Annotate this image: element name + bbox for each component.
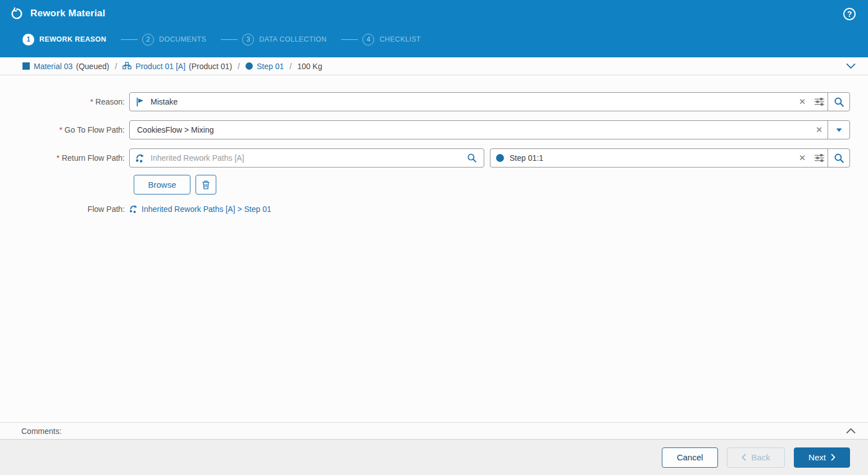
- return-flow-path-label: *Return Flow Path:: [0, 153, 129, 162]
- quantity-value: 100 Kg: [297, 62, 322, 71]
- step-dot-icon: [496, 154, 504, 162]
- material-icon: [22, 62, 30, 70]
- wizard-header: Rework Material ? 1 REWORK REASON 2 DOCU…: [0, 0, 868, 57]
- step-connector: [341, 39, 358, 40]
- breadcrumb-separator: /: [289, 62, 292, 71]
- product-sitemap-icon: [122, 62, 131, 70]
- step-dot-icon: [246, 62, 253, 70]
- breadcrumb-step[interactable]: Step 01: [246, 62, 284, 71]
- step-number: 4: [362, 34, 374, 46]
- product-status: (Product 01): [189, 62, 232, 71]
- comments-bar: Comments:: [0, 422, 868, 440]
- return-flow-path-step-clear-icon[interactable]: ✕: [794, 149, 811, 167]
- form-area: *Reason: Mistake ✕: [0, 75, 868, 422]
- return-flow-path-step-filter-icon[interactable]: [811, 149, 828, 167]
- undo-back-icon[interactable]: [10, 7, 24, 20]
- step-documents[interactable]: 2 DOCUMENTS: [142, 34, 206, 46]
- return-flow-path-step-search-button[interactable]: [828, 149, 849, 167]
- wizard-footer: Cancel Back Next: [0, 440, 868, 475]
- step-number: 2: [142, 34, 154, 46]
- flow-path-icon: [135, 153, 145, 163]
- breadcrumb-expand-chevron-down-icon[interactable]: [846, 63, 856, 69]
- step-label: DATA COLLECTION: [259, 35, 326, 43]
- browse-button[interactable]: Browse: [134, 175, 190, 194]
- reason-row: *Reason: Mistake ✕: [0, 92, 868, 111]
- flow-path-summary-label: Flow Path:: [0, 205, 129, 214]
- step-link[interactable]: Step 01: [257, 62, 284, 71]
- required-mark: *: [56, 153, 59, 162]
- step-connector: [221, 39, 238, 40]
- step-checklist[interactable]: 4 CHECKLIST: [362, 34, 421, 46]
- trash-icon: [202, 180, 210, 189]
- required-mark: *: [59, 125, 62, 134]
- goto-flow-path-clear-icon[interactable]: ✕: [811, 121, 828, 139]
- return-flow-path-step-value: Step 01:1: [510, 153, 543, 162]
- comments-collapse-chevron-up-icon[interactable]: [846, 428, 856, 434]
- delete-button[interactable]: [196, 175, 216, 194]
- step-label: CHECKLIST: [379, 35, 421, 43]
- step-data-collection[interactable]: 3 DATA COLLECTION: [242, 34, 326, 46]
- step-label: DOCUMENTS: [159, 35, 206, 43]
- return-flow-path-row: *Return Flow Path: Inherited Rework Path…: [0, 148, 868, 168]
- breadcrumb-material[interactable]: Material 03: [22, 62, 72, 71]
- breadcrumb-separator: /: [115, 62, 117, 71]
- required-mark: *: [90, 97, 93, 106]
- goto-flow-path-value: CookiesFlow > Mixing: [137, 125, 214, 134]
- reason-input[interactable]: Mistake ✕: [129, 92, 850, 111]
- product-link[interactable]: Product 01 [A]: [135, 62, 185, 71]
- return-flow-path-flow-value: Inherited Rework Paths [A]: [151, 153, 244, 162]
- goto-flow-path-select[interactable]: CookiesFlow > Mixing ✕: [129, 120, 850, 139]
- next-button[interactable]: Next: [794, 447, 850, 468]
- return-flow-path-step-input[interactable]: Step 01:1 ✕: [490, 148, 850, 168]
- step-connector: [121, 39, 138, 40]
- breadcrumb-separator: /: [238, 62, 240, 71]
- step-label: REWORK REASON: [39, 35, 106, 43]
- step-number: 3: [242, 34, 254, 46]
- material-link[interactable]: Material 03: [34, 62, 72, 71]
- reason-label: *Reason:: [0, 97, 129, 106]
- reason-value: Mistake: [151, 97, 178, 106]
- breadcrumb: Material 03 (Queued) / Product 01 [A] (P…: [0, 57, 868, 75]
- back-button[interactable]: Back: [727, 447, 785, 468]
- reason-search-button[interactable]: [828, 93, 849, 111]
- flow-path-summary-value: Inherited Rework Paths [A] > Step 01: [142, 205, 271, 214]
- goto-flow-path-row: *Go To Flow Path: CookiesFlow > Mixing ✕: [0, 120, 868, 139]
- breadcrumb-product[interactable]: Product 01 [A]: [122, 62, 185, 71]
- goto-flow-path-label: *Go To Flow Path:: [0, 125, 129, 134]
- chevron-right-icon: [831, 454, 835, 461]
- reason-clear-icon[interactable]: ✕: [794, 93, 811, 111]
- help-icon[interactable]: ?: [843, 8, 856, 20]
- step-rework-reason[interactable]: 1 REWORK REASON: [22, 34, 106, 46]
- return-flow-path-flow-search-icon[interactable]: [467, 153, 477, 163]
- flag-icon: [135, 97, 145, 107]
- chevron-left-icon: [742, 454, 746, 461]
- flow-path-summary-row: Flow Path: Inherited Rework Paths [A] > …: [0, 205, 868, 214]
- step-number: 1: [22, 34, 34, 46]
- cancel-button[interactable]: Cancel: [662, 447, 718, 468]
- reason-filter-icon[interactable]: [811, 93, 828, 111]
- goto-flow-path-dropdown-button[interactable]: [828, 121, 849, 139]
- material-status: (Queued): [76, 62, 109, 71]
- wizard-steps: 1 REWORK REASON 2 DOCUMENTS 3 DATA COLLE…: [0, 27, 868, 52]
- browse-row: Browse: [0, 175, 868, 194]
- flow-path-icon: [129, 205, 138, 214]
- page-title: Rework Material: [30, 8, 105, 19]
- return-flow-path-flow-input[interactable]: Inherited Rework Paths [A]: [129, 148, 484, 168]
- flow-path-summary[interactable]: Inherited Rework Paths [A] > Step 01: [129, 205, 271, 214]
- comments-label: Comments:: [21, 427, 62, 436]
